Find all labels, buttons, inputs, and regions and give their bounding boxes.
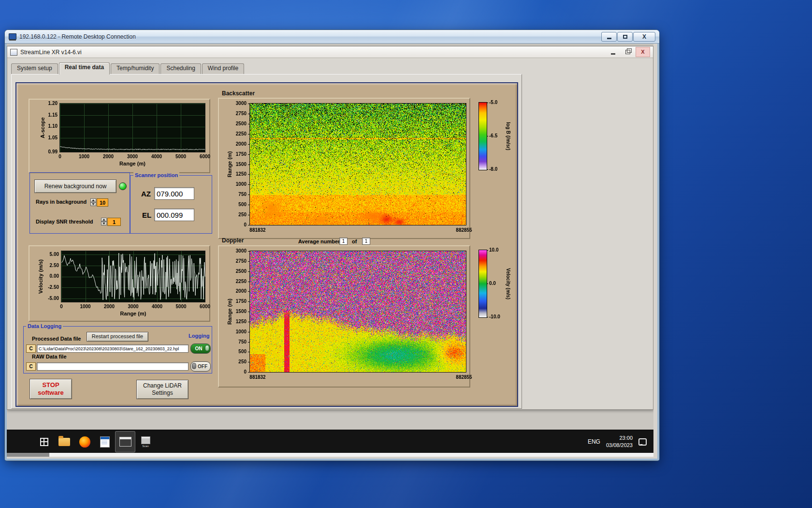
taskbar-item-remote-app[interactable]	[115, 431, 135, 452]
doppler-colorbar	[477, 246, 516, 324]
restore-icon	[625, 50, 630, 54]
notification-icon[interactable]	[638, 438, 647, 446]
minimize-icon	[607, 38, 611, 39]
rays-in-background-label: Rays in background	[36, 199, 87, 205]
tab-system-setup[interactable]: System setup	[11, 63, 58, 74]
spinner-down-icon[interactable]	[101, 222, 107, 225]
restart-processed-file-button[interactable]: Restart processed file	[87, 332, 148, 342]
spinner-up-icon[interactable]	[90, 198, 96, 202]
labview-front-panel: Backscatter Doppler Scanner position	[15, 82, 518, 407]
app-close-button[interactable]: X	[636, 47, 650, 57]
doppler-heatmap	[224, 246, 476, 387]
snr-spinner	[101, 218, 107, 226]
app-minimize-button[interactable]	[606, 47, 620, 57]
app-icon	[10, 49, 17, 56]
average-of-label: of	[352, 239, 357, 244]
screen-bottom-strip	[7, 453, 653, 457]
raw-data-file-label: RAW Data file	[32, 354, 67, 359]
rdp-monitor-icon	[9, 33, 16, 40]
processed-path-input[interactable]	[37, 344, 188, 353]
tab-scheduling[interactable]: Scheduling	[160, 63, 201, 74]
maximize-icon	[623, 35, 627, 39]
scanner-position-group	[130, 175, 212, 234]
data-logging-title: Data Logging	[26, 323, 63, 329]
spinner-down-icon[interactable]	[90, 202, 96, 206]
average-number-input[interactable]	[339, 238, 348, 245]
clock-time: 23:00	[606, 434, 633, 442]
logging-label: Logging	[188, 333, 209, 339]
spinner-up-icon[interactable]	[101, 218, 107, 222]
el-label: EL	[142, 211, 151, 219]
firefox-icon	[79, 436, 90, 448]
rays-value-input[interactable]	[97, 198, 108, 207]
processed-logging-toggle[interactable]: ON	[190, 344, 211, 354]
rdp-titlebar[interactable]: 192.168.0.122 - Remote Desktop Connectio…	[5, 30, 659, 44]
start-icon	[40, 438, 48, 446]
taskbar-clock[interactable]: 23:00 03/08/2023	[606, 434, 633, 449]
taskbar-item-document-app[interactable]	[95, 431, 115, 452]
tab-bar: System setup Real time data Temp/humidit…	[11, 63, 245, 74]
raw-logging-toggle[interactable]: OFF	[190, 361, 211, 372]
app-title: StreamLine XR v14-6.vi	[20, 49, 606, 56]
app-window-icon	[119, 437, 131, 447]
system-tray: ENG 23:00 03/08/2023	[588, 430, 647, 453]
backscatter-colorbar	[477, 99, 516, 176]
taskbar-item-scan-scheduler[interactable]: Scan	[135, 431, 156, 452]
doppler-title: Doppler	[222, 237, 244, 244]
az-value-input[interactable]	[154, 187, 194, 200]
document-icon	[100, 436, 110, 448]
rdp-title: 192.168.0.122 - Remote Desktop Connectio…	[19, 33, 601, 40]
az-label: AZ	[141, 190, 151, 198]
processed-drive-selector[interactable]: C	[26, 344, 36, 353]
backscatter-heatmap	[224, 99, 476, 238]
bottom-strip-left-block	[7, 453, 49, 457]
processed-data-file-label: Processed Data file	[32, 336, 81, 342]
app-restore-button[interactable]	[621, 47, 635, 57]
scan-item-label: Scan	[142, 445, 149, 448]
start-button[interactable]	[34, 431, 54, 452]
tab-page-real-time-data: Backscatter Doppler Scanner position	[11, 74, 522, 409]
velocity-chart	[29, 246, 213, 321]
tab-temp-humidity[interactable]: Temp/humidity	[111, 63, 160, 74]
stop-software-button[interactable]: STOP software	[29, 379, 72, 399]
language-indicator[interactable]: ENG	[588, 438, 600, 445]
clock-date: 03/08/2023	[606, 442, 633, 449]
taskbar: Scan ENG 23:00 03/08/2023	[7, 430, 653, 453]
scanner-position-title: Scanner position	[133, 172, 179, 178]
app-window: StreamLine XR v14-6.vi X System setup Re…	[7, 46, 653, 410]
el-value-input[interactable]	[154, 209, 194, 221]
change-lidar-settings-button[interactable]: Change LiDAR Settings	[136, 380, 188, 399]
tab-real-time-data[interactable]: Real time data	[59, 62, 110, 75]
app-titlebar[interactable]: StreamLine XR v14-6.vi X	[7, 46, 653, 58]
tab-wind-profile[interactable]: Wind profile	[202, 63, 244, 74]
ascope-chart	[29, 100, 213, 172]
close-icon: X	[641, 49, 644, 55]
average-total-input[interactable]	[362, 238, 370, 245]
desktop-background: 192.168.0.122 - Remote Desktop Connectio…	[0, 0, 812, 508]
rdp-maximize-button[interactable]	[617, 32, 633, 42]
minimize-icon	[611, 53, 615, 55]
taskbar-item-firefox[interactable]	[74, 431, 95, 452]
rdp-close-button[interactable]: X	[633, 32, 655, 42]
snr-threshold-label: Display SNR threshold	[36, 219, 93, 224]
rdp-minimize-button[interactable]	[601, 32, 617, 42]
raw-drive-selector[interactable]: C	[26, 362, 36, 371]
close-icon: X	[642, 34, 646, 40]
snr-value-input[interactable]	[107, 218, 121, 226]
taskbar-item-file-explorer[interactable]	[54, 431, 74, 452]
folder-icon	[58, 438, 70, 446]
background-status-led	[119, 182, 127, 190]
raw-path-input[interactable]	[37, 362, 188, 371]
rays-spinner	[90, 198, 96, 207]
average-number-label: Average number	[298, 239, 340, 244]
taskbar-icons: Scan	[34, 430, 156, 453]
scan-icon	[141, 436, 150, 444]
remote-desktop-screen: StreamLine XR v14-6.vi X System setup Re…	[7, 44, 653, 457]
renew-background-button[interactable]: Renew background now	[34, 179, 116, 193]
backscatter-title: Backscatter	[222, 90, 255, 97]
rdp-window: 192.168.0.122 - Remote Desktop Connectio…	[5, 30, 659, 461]
